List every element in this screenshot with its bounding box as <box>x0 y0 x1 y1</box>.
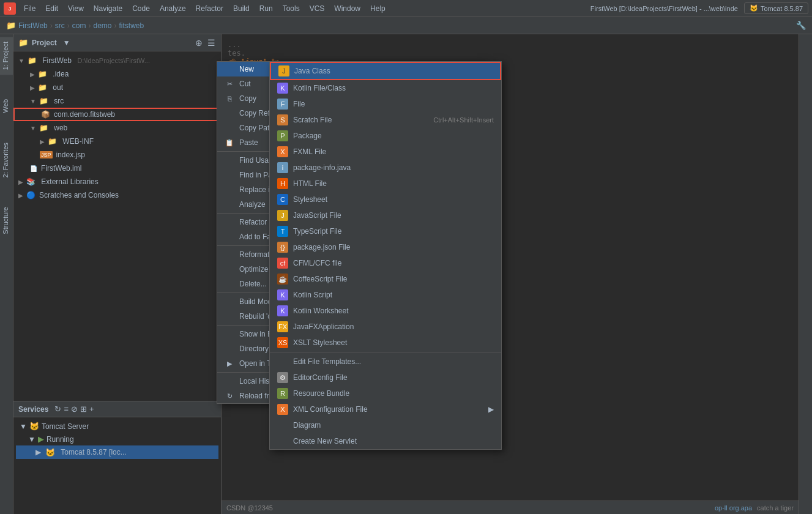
tree-item-scratches[interactable]: ▶ 🔵 Scratches and Consoles <box>13 188 221 202</box>
menu-file[interactable]: File <box>20 3 40 14</box>
tomcat-running-label: Running <box>47 435 74 444</box>
breadcrumb-com[interactable]: com <box>72 21 86 30</box>
services-settings-icon[interactable]: ≡ <box>64 404 69 414</box>
replace-path-icon <box>225 185 234 195</box>
analyze-icon <box>225 199 234 209</box>
services-add-icon[interactable]: + <box>89 404 94 414</box>
sub-file-label: File <box>293 100 494 108</box>
sub-html[interactable]: H HTML File <box>270 176 501 192</box>
window-title: FirstWeb [D:\IdeaProjects\FirstWeb] - ..… <box>590 5 738 12</box>
menu-edit[interactable]: Edit <box>41 3 62 14</box>
sub-edit-templates[interactable]: Edit File Templates... <box>270 354 501 370</box>
sub-kotlin-script[interactable]: K Kotlin Script <box>270 287 501 303</box>
sub-sep-1 <box>270 352 501 352</box>
fxml-icon: X <box>277 146 288 157</box>
cfml-icon: cf <box>277 258 288 269</box>
services-tomcat-server[interactable]: ▼ 🐱 Tomcat Server <box>16 420 218 433</box>
tree-item-iml[interactable]: 📄 FirstWeb.iml <box>13 162 221 175</box>
tree-item-idea[interactable]: ▶ 📁 .idea <box>13 67 221 81</box>
sub-typescript[interactable]: T TypeScript File <box>270 223 501 239</box>
tree-item-indexjsp[interactable]: JSP index.jsp <box>13 148 221 162</box>
menu-run[interactable]: Run <box>255 3 277 14</box>
tree-item-firstweb[interactable]: ▼ 📁 FirstWeb D:\IdeaProjects\FirstW... <box>13 54 221 67</box>
resource-bundle-icon: R <box>277 388 288 399</box>
menu-view[interactable]: View <box>64 3 88 14</box>
locate-icon[interactable]: ⊕ <box>194 38 204 48</box>
sub-package[interactable]: P Package <box>270 128 501 144</box>
project-panel-header: 📁 Project ▼ ⊕ ☰ <box>13 34 221 51</box>
sub-json-label: package.json File <box>293 243 494 251</box>
sub-stylesheet[interactable]: C Stylesheet <box>270 192 501 207</box>
menu-vcs[interactable]: VCS <box>305 3 329 14</box>
menu-analyze[interactable]: Analyze <box>155 3 190 14</box>
tree-item-webinf[interactable]: ▶ 📁 WEB-INF <box>13 135 221 148</box>
kts-icon: K <box>277 289 288 300</box>
menu-window[interactable]: Window <box>330 3 365 14</box>
sub-edit-templates-label: Edit File Templates... <box>293 357 494 366</box>
sub-package-info-label: package-info.java <box>293 163 494 172</box>
services-group-icon[interactable]: ⊞ <box>80 404 87 414</box>
menu-build[interactable]: Build <box>229 3 254 14</box>
sub-fxml[interactable]: X FXML File <box>270 144 501 160</box>
settings-icon[interactable]: ☰ <box>206 38 216 48</box>
services-panel: Services ↻ ≡ ⊘ ⊞ + ▼ 🐱 Tomcat Server ▼ ▶ <box>13 401 221 514</box>
services-tomcat-instance[interactable]: ▶ 🐱 Tomcat 8.5.87 [loc... <box>16 445 218 459</box>
status-cat: catch a tiger <box>757 504 794 512</box>
sub-resource-bundle[interactable]: R Resource Bundle <box>270 386 501 401</box>
sub-kotlin-class[interactable]: K Kotlin File/Class <box>270 80 501 96</box>
sub-file[interactable]: F File <box>270 96 501 112</box>
build-module-icon <box>225 297 234 307</box>
breadcrumb-fitstweb[interactable]: fitstweb <box>119 21 144 30</box>
tomcat-selector[interactable]: 🐱 Tomcat 8.5.87 <box>744 2 808 14</box>
editorconfig-icon: ⚙ <box>277 372 288 383</box>
menu-navigate[interactable]: Navigate <box>89 3 127 14</box>
sub-java-class-label: Java Class <box>294 67 493 75</box>
sub-xml-config[interactable]: X XML Configuration File ▶ <box>270 401 501 417</box>
tree-item-src[interactable]: ▼ 📁 src <box>13 94 221 108</box>
sub-kotlin-worksheet[interactable]: K Kotlin Worksheet <box>270 303 501 319</box>
sub-java-class[interactable]: J Java Class <box>270 62 501 80</box>
services-title: Services <box>18 405 48 414</box>
sub-editorconfig-label: EditorConfig File <box>293 373 494 382</box>
breadcrumb-demo[interactable]: demo <box>93 21 111 30</box>
tree-item-out[interactable]: ▶ 📁 out <box>13 81 221 94</box>
coffee-icon: ☕ <box>277 274 288 285</box>
tab-favorites[interactable]: 2: Favorites <box>0 138 13 182</box>
tree-item-external-libraries[interactable]: ▶ 📚 External Libraries <box>13 175 221 188</box>
sub-package-info[interactable]: i package-info.java <box>270 160 501 176</box>
right-sidebar-tabs <box>799 34 812 514</box>
menu-tools[interactable]: Tools <box>278 3 304 14</box>
breadcrumb-src[interactable]: src <box>55 21 65 30</box>
submenu: J Java Class K Kotlin File/Class F File … <box>269 61 502 450</box>
tree-item-web[interactable]: ▼ 📁 web <box>13 121 221 135</box>
status-csdn: CSDN @12345 <box>226 504 273 512</box>
tree-item-package[interactable]: 📦 com.demo.fitstweb <box>13 108 221 121</box>
sub-scratch-file[interactable]: S Scratch File Ctrl+Alt+Shift+Insert <box>270 112 501 128</box>
sub-javascript[interactable]: J JavaScript File <box>270 207 501 223</box>
delete-icon <box>225 279 234 289</box>
sub-coffeescript[interactable]: ☕ CoffeeScript File <box>270 271 501 287</box>
sub-editorconfig[interactable]: ⚙ EditorConfig File <box>270 370 501 386</box>
sub-stylesheet-label: Stylesheet <box>293 195 494 204</box>
copy-path-icon <box>225 123 234 133</box>
sub-xslt[interactable]: XS XSLT Stylesheet <box>270 335 501 351</box>
sub-javafx[interactable]: FX JavaFXApplication <box>270 319 501 335</box>
sub-create-servlet[interactable]: Create New Servlet <box>270 433 501 449</box>
tomcat-server-label: Tomcat Server <box>42 422 89 431</box>
local-history-icon <box>225 376 234 386</box>
tab-project[interactable]: 1: Project <box>0 37 13 75</box>
sub-diagram[interactable]: Diagram <box>270 417 501 433</box>
services-filter-icon[interactable]: ⊘ <box>71 404 78 414</box>
tab-structure[interactable]: Structure <box>0 202 13 239</box>
services-refresh-icon[interactable]: ↻ <box>54 404 61 414</box>
menu-help[interactable]: Help <box>366 3 390 14</box>
menu-code[interactable]: Code <box>128 3 154 14</box>
sub-package-json[interactable]: {} package.json File <box>270 239 501 255</box>
tab-web[interactable]: Web <box>0 94 13 117</box>
css-icon: C <box>277 194 288 205</box>
services-running-item[interactable]: ▼ ▶ Running <box>16 433 218 445</box>
breadcrumb-firstweb[interactable]: FirstWeb <box>18 21 48 30</box>
sub-cfml[interactable]: cf CFML/CFC file <box>270 255 501 271</box>
menu-refactor[interactable]: Refactor <box>192 3 228 14</box>
services-header: Services ↻ ≡ ⊘ ⊞ + <box>13 401 221 417</box>
